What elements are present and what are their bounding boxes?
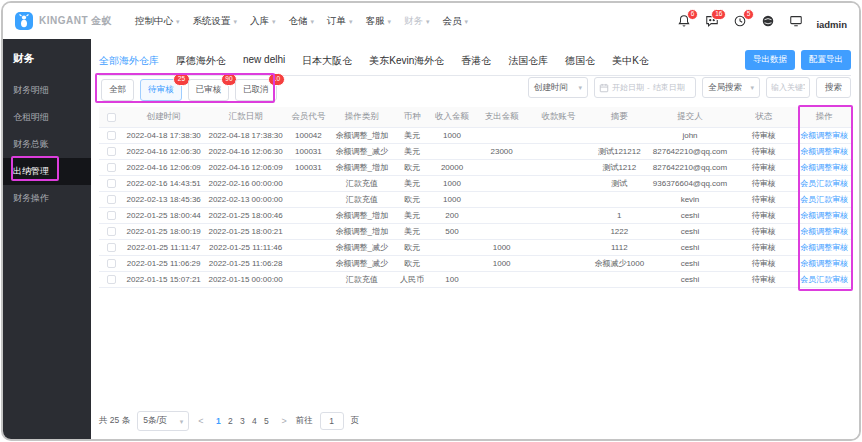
tab-warehouse-8[interactable]: 美中K仓 <box>612 51 649 75</box>
row-checkbox[interactable] <box>107 259 116 268</box>
filter-button-1[interactable]: 待审核25 <box>140 79 182 101</box>
cell-member_code <box>288 175 328 191</box>
action-link[interactable]: 余额调整审核 <box>798 255 851 271</box>
action-link[interactable]: 余额调整审核 <box>798 143 851 159</box>
sidebar-item-3[interactable]: 出纳管理 <box>3 158 91 185</box>
cell-member_code <box>288 207 328 223</box>
sidebar-item-4[interactable]: 财务操作 <box>3 185 91 212</box>
filter-button-3[interactable]: 已取消10 <box>235 79 277 101</box>
cell-submitter: 827642210@qq.com <box>650 159 730 175</box>
globe-icon[interactable] <box>760 14 775 29</box>
nav-item-label: 客服 <box>366 15 385 28</box>
row-checkbox[interactable] <box>107 195 116 204</box>
cell-summary: 测试1212 <box>588 159 650 175</box>
tab-warehouse-2[interactable]: new delhi <box>243 51 285 75</box>
tab-warehouse-3[interactable]: 日本大阪仓 <box>302 51 352 75</box>
action-link[interactable]: 会员汇款审核 <box>798 175 851 191</box>
page-number-1[interactable]: 1 <box>212 416 224 426</box>
filter-button-0[interactable]: 全部 <box>101 79 134 101</box>
chevron-down-icon: ▾ <box>426 18 430 25</box>
cell-remit_date: 2022-04-16 12:06:09 <box>203 159 289 175</box>
tab-warehouse-0[interactable]: 全部海外仓库 <box>99 51 159 75</box>
page-size-select[interactable]: 5条/页 ▾ <box>137 411 189 431</box>
cell-submitter: ceshi <box>650 207 730 223</box>
cell-status: 待审核 <box>730 255 798 271</box>
export-config-button[interactable]: 配置导出 <box>801 50 851 70</box>
date-range-input[interactable]: 开始日期 - 结束日期 <box>594 77 696 98</box>
next-page-button[interactable]: > <box>279 416 288 426</box>
row-checkbox[interactable] <box>107 227 116 236</box>
sidebar-item-2[interactable]: 财务总账 <box>3 131 91 158</box>
row-checkbox[interactable] <box>107 131 116 140</box>
cell-income <box>429 143 475 159</box>
action-link[interactable]: 余额调整审核 <box>798 207 851 223</box>
total-count: 共 25 条 <box>99 415 130 427</box>
filter-button-2[interactable]: 已审核90 <box>188 79 230 101</box>
row-checkbox[interactable] <box>107 275 116 284</box>
cell-op_type: 余额调整_减少 <box>328 239 395 255</box>
sidebar-item-1[interactable]: 仓租明细 <box>3 104 91 131</box>
nav-item-5[interactable]: 客服▾ <box>366 15 392 28</box>
nav-item-3[interactable]: 仓储▾ <box>289 15 315 28</box>
nav-item-0[interactable]: 控制中心▾ <box>135 15 180 28</box>
row-checkbox[interactable] <box>107 163 116 172</box>
export-data-button[interactable]: 导出数据 <box>745 50 795 70</box>
nav-item-6[interactable]: 财务▾ <box>404 15 430 28</box>
tab-warehouse-6[interactable]: 法国仓库 <box>508 51 548 75</box>
row-checkbox[interactable] <box>107 147 116 156</box>
clock-badge: 5 <box>743 9 755 21</box>
cell-account <box>528 271 588 287</box>
table-row: 2022-01-25 11:11:472022-01-25 11:11:46余额… <box>99 239 851 255</box>
tab-warehouse-1[interactable]: 厚德海外仓 <box>176 51 226 75</box>
nav-item-7[interactable]: 会员▾ <box>443 15 469 28</box>
chevron-down-icon: ▾ <box>180 418 184 425</box>
page-number-2[interactable]: 2 <box>224 416 236 426</box>
bell-icon[interactable]: 6 <box>676 14 691 29</box>
action-link[interactable]: 余额调整审核 <box>798 239 851 255</box>
row-checkbox-cell <box>99 191 125 207</box>
nav-item-2[interactable]: 入库▾ <box>250 15 276 28</box>
search-button[interactable]: 搜索 <box>816 77 851 98</box>
cell-status: 待审核 <box>730 271 798 287</box>
row-checkbox[interactable] <box>107 179 116 188</box>
cell-member_code: 100031 <box>288 143 328 159</box>
select-all-checkbox[interactable] <box>107 113 116 122</box>
action-link[interactable]: 余额调整审核 <box>798 159 851 175</box>
table-row: 2022-04-18 17:38:302022-04-18 17:38:3010… <box>99 127 851 143</box>
cell-member_code: 100031 <box>288 159 328 175</box>
goto-page-input[interactable] <box>320 412 344 430</box>
cell-summary: 余额减少1000 <box>588 255 650 271</box>
tab-warehouse-5[interactable]: 香港仓 <box>461 51 491 75</box>
clock-icon[interactable]: 5 <box>732 14 747 29</box>
nav-item-4[interactable]: 订单▾ <box>327 15 353 28</box>
action-link[interactable]: 余额调整审核 <box>798 127 851 143</box>
action-link[interactable]: 会员汇款审核 <box>798 191 851 207</box>
keyword-input[interactable] <box>766 77 810 98</box>
row-checkbox[interactable] <box>107 211 116 220</box>
search-scope-select[interactable]: 全局搜索 ▾ <box>702 77 760 98</box>
row-checkbox-cell <box>99 207 125 223</box>
cell-op_type: 汇款充值 <box>328 271 395 287</box>
action-link[interactable]: 会员汇款审核 <box>798 271 851 287</box>
page-number-3[interactable]: 3 <box>236 416 248 426</box>
cell-remit_date: 2022-04-16 12:06:30 <box>203 143 289 159</box>
tab-warehouse-4[interactable]: 美东Kevin海外仓 <box>369 51 444 75</box>
sidebar-item-0[interactable]: 财务明细 <box>3 77 91 104</box>
goto-suffix: 页 <box>351 415 360 427</box>
row-checkbox[interactable] <box>107 243 116 252</box>
action-link[interactable]: 余额调整审核 <box>798 223 851 239</box>
monitor-icon[interactable] <box>788 14 803 29</box>
tab-warehouse-7[interactable]: 德国仓 <box>565 51 595 75</box>
cell-summary: 1112 <box>588 239 650 255</box>
user-name[interactable]: iadmin <box>816 19 847 30</box>
page-number-4[interactable]: 4 <box>248 416 260 426</box>
cell-remit_date: 2022-01-15 00:00:00 <box>203 271 289 287</box>
time-field-select[interactable]: 创建时间 ▾ <box>528 77 588 98</box>
cell-currency: 欧元 <box>395 239 429 255</box>
prev-page-button[interactable]: < <box>196 416 205 426</box>
nav-item-label: 订单 <box>327 15 346 28</box>
message-icon[interactable]: 16 <box>704 14 719 29</box>
page-number-5[interactable]: 5 <box>260 416 272 426</box>
nav-item-1[interactable]: 系统设置▾ <box>193 15 238 28</box>
cell-income <box>429 239 475 255</box>
